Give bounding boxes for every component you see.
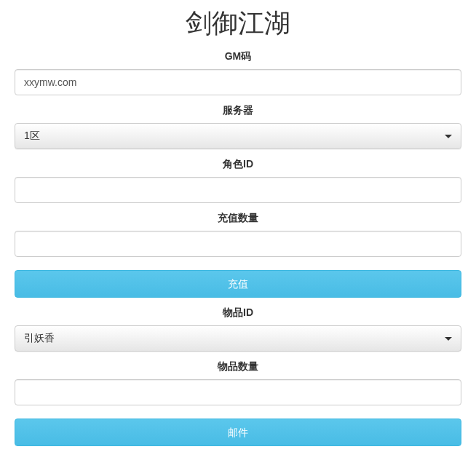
server-label: 服务器 <box>15 104 461 117</box>
gm-code-input[interactable] <box>15 69 461 95</box>
server-select[interactable]: 1区 <box>15 123 461 149</box>
item-qty-label: 物品数量 <box>15 360 461 373</box>
item-id-label: 物品ID <box>15 306 461 320</box>
gm-code-label: GM码 <box>15 50 461 63</box>
caret-down-icon <box>445 337 452 341</box>
caret-down-icon <box>445 135 452 138</box>
role-id-input[interactable] <box>15 177 461 203</box>
mail-button[interactable]: 邮件 <box>15 419 461 446</box>
item-id-select-value: 引妖香 <box>24 332 55 345</box>
server-select-value: 1区 <box>24 130 40 143</box>
recharge-button[interactable]: 充值 <box>15 270 461 298</box>
item-id-select[interactable]: 引妖香 <box>15 325 461 352</box>
recharge-qty-label: 充值数量 <box>15 212 461 225</box>
recharge-qty-input[interactable] <box>15 231 461 257</box>
item-qty-input[interactable] <box>15 379 461 405</box>
page-title: 剑御江湖 <box>15 6 461 41</box>
role-id-label: 角色ID <box>15 158 461 171</box>
